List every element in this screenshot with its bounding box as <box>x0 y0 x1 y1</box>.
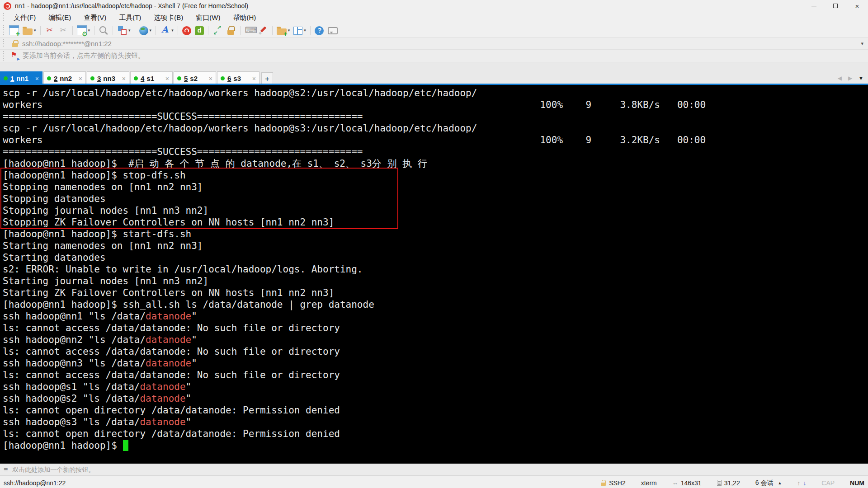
tab-nn2[interactable]: 2nn2× <box>43 71 86 85</box>
terminal[interactable]: scp -r /usr/local/hadoop/etc/hadoop/work… <box>0 85 868 464</box>
tab-label: nn1 <box>16 75 28 82</box>
encoding-globe-icon <box>139 26 148 35</box>
terminal-line: ssh hadoop@nn2 "ls /data/datanode" <box>3 334 868 346</box>
quickbar-menu-icon[interactable]: ≡ <box>4 466 8 474</box>
status-terminal-type[interactable]: xterm <box>641 479 657 487</box>
status-size-icon: ↔ <box>672 479 678 486</box>
dropdown-caret-icon[interactable]: ▾ <box>171 28 174 33</box>
tab-close-icon[interactable]: × <box>118 75 126 82</box>
fullscreen-button[interactable] <box>211 24 224 36</box>
session-count-caret-icon: ▲ <box>778 481 782 485</box>
tab-number: 4 <box>141 75 144 82</box>
scroll-down-icon[interactable]: ↓ <box>803 479 806 487</box>
tab-list-caret-icon[interactable]: ▼ <box>859 75 863 81</box>
find-icon <box>99 25 108 35</box>
font-button[interactable]: ▾ <box>158 24 175 36</box>
maximize-button[interactable] <box>825 0 846 12</box>
tab-close-icon[interactable]: × <box>74 75 82 82</box>
quick-button-bar[interactable]: ≡ 双击此处添加一个新的按钮。 <box>0 464 868 475</box>
tab-label: s1 <box>146 75 154 82</box>
menu-tools[interactable]: 工具(T) <box>113 12 147 23</box>
menu-view[interactable]: 查看(V) <box>77 12 113 23</box>
terminal-line: ssh hadoop@s3 "ls /data/datanode" <box>3 416 868 428</box>
dropdown-caret-icon[interactable]: ▾ <box>150 28 152 33</box>
status-numlock: NUM <box>850 479 864 487</box>
tab-number: 5 <box>184 75 188 82</box>
virtual-keyboard-button[interactable] <box>243 24 256 36</box>
new-session-button[interactable] <box>7 24 21 36</box>
tab-scroll-right-icon[interactable]: ▶ <box>848 75 852 81</box>
xftp-icon <box>195 26 204 35</box>
terminal-line: scp -r /usr/local/hadoop/etc/hadoop/work… <box>3 122 868 134</box>
minimize-button[interactable] <box>803 0 825 12</box>
menu-window[interactable]: 窗口(W) <box>189 12 226 23</box>
tab-s1[interactable]: 4s1× <box>130 71 173 85</box>
message-button[interactable] <box>326 24 339 36</box>
terminal-line: [hadoop@nn1 hadoop]$ start-dfs.sh <box>3 228 868 240</box>
terminal-line: Starting datanodes <box>3 252 868 263</box>
terminal-line: ssh hadoop@s1 "ls /data/datanode" <box>3 381 868 393</box>
menu-grip[interactable] <box>2 13 5 23</box>
dropdown-caret-icon[interactable]: ▾ <box>304 28 306 33</box>
tab-label: nn3 <box>103 75 115 82</box>
status-bar: ssh://hadoop@nn1:22 SSH2 xterm ↔ 146x31 … <box>0 475 868 488</box>
dropdown-caret-icon[interactable]: ▾ <box>288 28 290 33</box>
tab-s2[interactable]: 5s2× <box>174 71 216 85</box>
terminal-line: Starting namenodes on [nn1 nn2 nn3] <box>3 240 868 252</box>
tab-close-icon[interactable]: × <box>161 75 169 82</box>
status-lock-icon <box>601 480 606 486</box>
terminal-line: [hadoop@nn1 hadoop]$ #启 动 各 个 节 点 的 data… <box>3 158 868 169</box>
tab-close-icon[interactable]: × <box>248 75 256 82</box>
disconnect-button[interactable] <box>43 24 57 36</box>
status-position-label: 31,22 <box>724 479 740 487</box>
scroll-up-icon[interactable]: ↑ <box>797 479 800 487</box>
close-button[interactable]: × <box>846 0 868 12</box>
terminal-lines: scp -r /usr/local/hadoop/etc/hadoop/work… <box>3 87 868 451</box>
address-input[interactable]: ssh://hadoop:********@nn1:22 <box>22 40 856 47</box>
toolbar-grip[interactable] <box>2 25 5 36</box>
tab-nn3[interactable]: 3nn3× <box>87 71 129 85</box>
status-terminal-size[interactable]: ↔ 146x31 <box>672 479 702 487</box>
add-session-flag-icon[interactable] <box>11 52 19 60</box>
tab-s3[interactable]: 6s3× <box>217 71 259 85</box>
menu-edit[interactable]: 编辑(E) <box>42 12 77 23</box>
encoding-globe-button[interactable]: ▾ <box>137 25 154 36</box>
infobar-grip[interactable] <box>2 51 5 61</box>
tab-nn1[interactable]: 1nn1× <box>0 71 42 85</box>
status-capslock: CAP <box>821 479 835 487</box>
dropdown-caret-icon[interactable]: ▾ <box>34 28 36 33</box>
tab-label: nn2 <box>60 75 72 82</box>
find-button[interactable] <box>97 24 110 36</box>
address-dropdown-caret-icon[interactable]: ▾ <box>856 41 868 47</box>
menu-file[interactable]: 文件(F) <box>7 12 42 23</box>
window-title: nn1 - hadoop@nn1:/usr/local/hadoop/etc/h… <box>15 2 248 9</box>
xftp-button[interactable] <box>193 25 206 36</box>
terminal-line: [hadoop@nn1 hadoop]$ stop-dfs.sh <box>3 169 868 181</box>
tab-close-icon[interactable]: × <box>31 75 39 82</box>
tile-windows-button[interactable]: ▾ <box>292 25 308 36</box>
tab-scroll-left-icon[interactable]: ◀ <box>838 75 842 81</box>
menu-tab[interactable]: 选项卡(B) <box>147 12 189 23</box>
open-sessions-button[interactable]: ▾ <box>21 25 38 36</box>
help-button[interactable] <box>313 25 326 36</box>
dropdown-caret-icon[interactable]: ▾ <box>88 28 90 33</box>
highlight-pen-button[interactable] <box>256 24 270 36</box>
reconnect-button[interactable] <box>57 24 70 36</box>
terminal-line: Starting ZK Failover Controllers on NN h… <box>3 287 868 299</box>
add-tab-button[interactable]: + <box>261 72 273 85</box>
status-protocol-label: SSH2 <box>609 479 626 487</box>
lock-screen-button[interactable] <box>224 24 238 36</box>
layout-button[interactable]: ▾ <box>115 24 132 36</box>
status-session-count[interactable]: 6 会话 ▲ <box>755 479 782 487</box>
dropdown-caret-icon[interactable]: ▾ <box>128 28 131 33</box>
terminal-line: ssh hadoop@s2 "ls /data/datanode" <box>3 393 868 404</box>
address-grip[interactable] <box>2 39 5 48</box>
tab-close-icon[interactable]: × <box>204 75 212 82</box>
tab-number: 2 <box>54 75 57 82</box>
xshell-button[interactable] <box>180 25 193 36</box>
toolbar-separator <box>135 26 135 35</box>
session-properties-button[interactable]: ▾ <box>75 24 92 36</box>
menu-help[interactable]: 帮助(H) <box>226 12 262 23</box>
tab-number: 6 <box>227 75 231 82</box>
new-quickbutton-button[interactable]: ▾ <box>275 25 292 36</box>
